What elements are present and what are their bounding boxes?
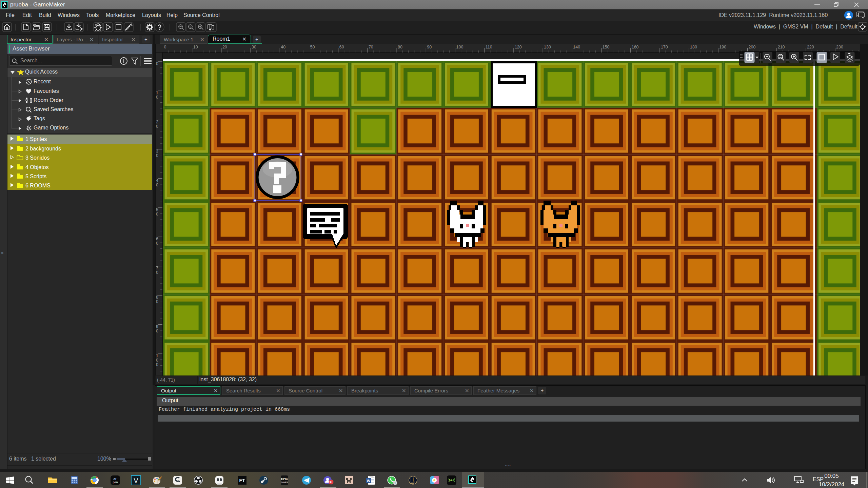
svg-text:0: 0 — [156, 270, 158, 275]
svg-text:0: 0 — [156, 329, 158, 333]
svg-text:1: 1 — [394, 481, 396, 485]
svg-text:30: 30 — [252, 45, 256, 49]
svg-text:20: 20 — [222, 45, 227, 49]
svg-text:80: 80 — [398, 45, 402, 49]
svg-text:0: 0 — [156, 153, 158, 158]
svg-text:0: 0 — [164, 45, 166, 49]
svg-text:200: 200 — [749, 45, 756, 49]
svg-text:150: 150 — [603, 45, 610, 49]
svg-text:220: 220 — [807, 45, 814, 49]
svg-text:8: 8 — [156, 295, 158, 300]
svg-text:70: 70 — [369, 45, 373, 49]
svg-text:10: 10 — [193, 45, 198, 49]
svg-text:9+: 9+ — [329, 481, 333, 484]
svg-text:V: V — [134, 477, 138, 484]
svg-text:190: 190 — [719, 45, 726, 49]
svg-text:6: 6 — [156, 237, 158, 241]
svg-text:W: W — [367, 479, 370, 483]
svg-text:0: 0 — [156, 358, 158, 363]
svg-text:40: 40 — [281, 45, 285, 49]
svg-text:1: 1 — [156, 353, 158, 358]
svg-text:0: 0 — [156, 95, 158, 100]
svg-text:3: 3 — [156, 149, 158, 154]
svg-text:90: 90 — [427, 45, 432, 49]
svg-text:60: 60 — [339, 45, 344, 49]
svg-text:100: 100 — [456, 45, 463, 49]
svg-text:130: 130 — [544, 45, 551, 49]
svg-text:0: 0 — [156, 362, 158, 367]
svg-text:140: 140 — [573, 45, 580, 49]
svg-text:EPIC: EPIC — [281, 477, 288, 481]
svg-text:5: 5 — [156, 207, 158, 212]
svg-text:FT: FT — [239, 478, 245, 483]
svg-text:0: 0 — [156, 299, 158, 304]
svg-text:7: 7 — [156, 266, 158, 270]
svg-text:9: 9 — [156, 324, 158, 329]
svg-text:160: 160 — [632, 45, 639, 49]
svg-text:50: 50 — [310, 45, 315, 49]
svg-text:170: 170 — [661, 45, 668, 49]
svg-text:0: 0 — [156, 124, 158, 129]
svg-text:4: 4 — [156, 178, 158, 183]
svg-text:210: 210 — [778, 45, 785, 49]
svg-text:1: 1 — [156, 90, 158, 95]
svg-text:0: 0 — [156, 61, 158, 66]
svg-text:230: 230 — [836, 45, 843, 49]
svg-text:pen: pen — [113, 481, 118, 484]
svg-text:XP: XP — [113, 477, 117, 481]
svg-text:120: 120 — [515, 45, 522, 49]
svg-text:0: 0 — [156, 212, 158, 217]
svg-text:GAMES: GAMES — [281, 481, 288, 483]
svg-text:110: 110 — [486, 45, 492, 49]
svg-text:0: 0 — [156, 241, 158, 246]
svg-text:2: 2 — [156, 120, 158, 124]
svg-text:180: 180 — [690, 45, 697, 49]
svg-text:0: 0 — [156, 183, 158, 187]
